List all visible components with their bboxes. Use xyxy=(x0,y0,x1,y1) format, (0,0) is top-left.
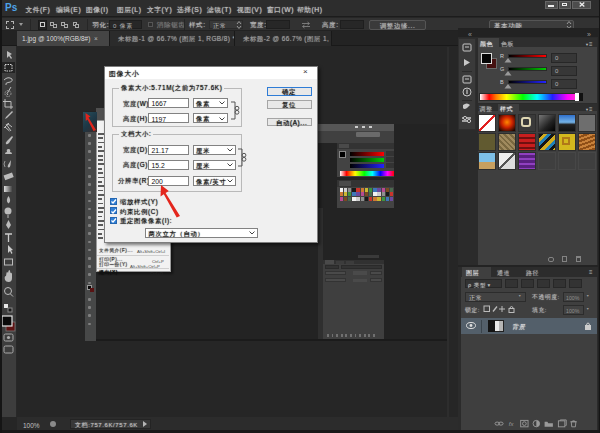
svg-text:fx: fx xyxy=(509,421,515,427)
